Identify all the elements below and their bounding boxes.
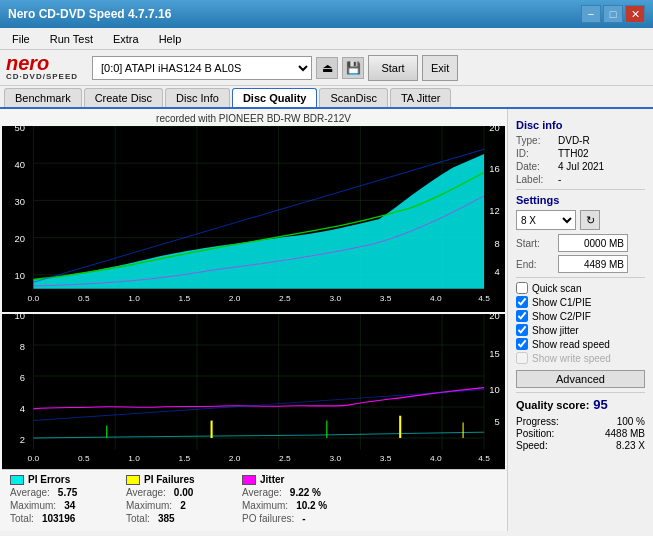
pi-failures-avg: 0.00: [174, 487, 193, 498]
tab-ta-jitter[interactable]: TA Jitter: [390, 88, 452, 107]
tabs-bar: Benchmark Create Disc Disc Info Disc Qua…: [0, 86, 653, 109]
svg-text:2.0: 2.0: [229, 294, 241, 302]
svg-text:2.5: 2.5: [279, 294, 291, 302]
show-write-speed-checkbox[interactable]: [516, 352, 528, 364]
end-label: End:: [516, 259, 554, 270]
pi-errors-max: 34: [64, 500, 75, 511]
disc-info-title: Disc info: [516, 119, 645, 131]
show-jitter-checkbox[interactable]: [516, 324, 528, 336]
id-row: ID: TTH02: [516, 148, 645, 159]
start-label: Start:: [516, 238, 554, 249]
tab-disc-quality[interactable]: Disc Quality: [232, 88, 318, 107]
jitter-avg: 9.22 %: [290, 487, 321, 498]
svg-text:3.0: 3.0: [329, 455, 341, 464]
position-value: 4488 MB: [605, 428, 645, 439]
advanced-button[interactable]: Advanced: [516, 370, 645, 388]
svg-text:8: 8: [495, 239, 500, 248]
svg-text:3.5: 3.5: [380, 455, 392, 464]
quick-scan-checkbox[interactable]: [516, 282, 528, 294]
speed-select[interactable]: 8 X Max 1 X 2 X 4 X 16 X: [516, 210, 576, 230]
legend-pi-errors: PI Errors Average: 5.75 Maximum: 34 Tota…: [10, 474, 110, 524]
speed-result-row: Speed: 8.23 X: [516, 440, 645, 451]
show-c2-label: Show C2/PIF: [532, 311, 591, 322]
svg-text:1.5: 1.5: [179, 294, 191, 302]
show-c2-checkbox[interactable]: [516, 310, 528, 322]
exit-button[interactable]: Exit: [422, 55, 458, 81]
menu-extra[interactable]: Extra: [105, 31, 147, 47]
show-c1-checkbox[interactable]: [516, 296, 528, 308]
pi-errors-max-label: Maximum:: [10, 500, 56, 511]
svg-text:10: 10: [15, 314, 25, 321]
pi-failures-max: 2: [180, 500, 186, 511]
svg-text:2: 2: [20, 435, 25, 445]
minimize-button[interactable]: −: [581, 5, 601, 23]
close-button[interactable]: ✕: [625, 5, 645, 23]
svg-text:3.0: 3.0: [329, 294, 341, 302]
upper-chart-svg: 50 40 30 20 10 20 16 12 8 4: [2, 126, 505, 312]
pi-errors-total-label: Total:: [10, 513, 34, 524]
pi-failures-label: PI Failures: [144, 474, 195, 485]
po-failures-value: -: [302, 513, 305, 524]
svg-text:20: 20: [489, 126, 500, 133]
lower-chart-svg: 10 8 6 4 2 20 15 10 5: [2, 314, 505, 469]
svg-text:5: 5: [495, 418, 500, 428]
tab-disc-info[interactable]: Disc Info: [165, 88, 230, 107]
tab-benchmark[interactable]: Benchmark: [4, 88, 82, 107]
show-c1-label: Show C1/PIE: [532, 297, 591, 308]
svg-text:4: 4: [495, 267, 500, 276]
menu-bar: File Run Test Extra Help: [0, 28, 653, 50]
drive-select[interactable]: [0:0] ATAPI iHAS124 B AL0S: [92, 56, 312, 80]
progress-row: Progress: 100 %: [516, 416, 645, 427]
menu-help[interactable]: Help: [151, 31, 190, 47]
pi-failures-avg-label: Average:: [126, 487, 166, 498]
progress-value: 100 %: [617, 416, 645, 427]
tab-create-disc[interactable]: Create Disc: [84, 88, 163, 107]
start-input[interactable]: [558, 234, 628, 252]
svg-text:0.5: 0.5: [78, 455, 90, 464]
tab-scan-disc[interactable]: ScanDisc: [319, 88, 387, 107]
toolbar: nero CD·DVD/SPEED [0:0] ATAPI iHAS124 B …: [0, 50, 653, 86]
svg-text:2.5: 2.5: [279, 455, 291, 464]
pi-errors-avg: 5.75: [58, 487, 77, 498]
svg-text:4: 4: [20, 404, 25, 414]
maximize-button[interactable]: □: [603, 5, 623, 23]
svg-text:4.0: 4.0: [430, 455, 442, 464]
divider-1: [516, 189, 645, 190]
progress-section: Progress: 100 % Position: 4488 MB Speed:…: [516, 416, 645, 451]
date-label: Date:: [516, 161, 554, 172]
speed-result-label: Speed:: [516, 440, 548, 451]
legend-jitter: Jitter Average: 9.22 % Maximum: 10.2 % P…: [242, 474, 342, 524]
id-value: TTH02: [558, 148, 589, 159]
show-write-speed-row: Show write speed: [516, 352, 645, 364]
eject-icon[interactable]: ⏏: [316, 57, 338, 79]
show-read-speed-checkbox[interactable]: [516, 338, 528, 350]
pi-errors-label: PI Errors: [28, 474, 70, 485]
menu-file[interactable]: File: [4, 31, 38, 47]
end-input[interactable]: [558, 255, 628, 273]
svg-text:8: 8: [20, 342, 25, 352]
menu-run-test[interactable]: Run Test: [42, 31, 101, 47]
pi-failures-max-label: Maximum:: [126, 500, 172, 511]
start-button[interactable]: Start: [368, 55, 418, 81]
svg-text:0.5: 0.5: [78, 294, 90, 302]
speed-result-value: 8.23 X: [616, 440, 645, 451]
jitter-avg-label: Average:: [242, 487, 282, 498]
show-c2-row: Show C2/PIF: [516, 310, 645, 322]
position-row: Position: 4488 MB: [516, 428, 645, 439]
svg-text:4.5: 4.5: [478, 455, 490, 464]
save-icon[interactable]: 💾: [342, 57, 364, 79]
po-failures-label: PO failures:: [242, 513, 294, 524]
divider-2: [516, 277, 645, 278]
type-label: Type:: [516, 135, 554, 146]
legend-area: PI Errors Average: 5.75 Maximum: 34 Tota…: [2, 469, 505, 529]
jitter-color: [242, 475, 256, 485]
jitter-label: Jitter: [260, 474, 284, 485]
pi-errors-avg-label: Average:: [10, 487, 50, 498]
pi-errors-color: [10, 475, 24, 485]
app-title: Nero CD-DVD Speed 4.7.7.16: [8, 7, 171, 21]
show-read-speed-row: Show read speed: [516, 338, 645, 350]
svg-text:20: 20: [15, 235, 26, 244]
svg-text:0.0: 0.0: [28, 455, 40, 464]
jitter-max-label: Maximum:: [242, 500, 288, 511]
refresh-button[interactable]: ↻: [580, 210, 600, 230]
